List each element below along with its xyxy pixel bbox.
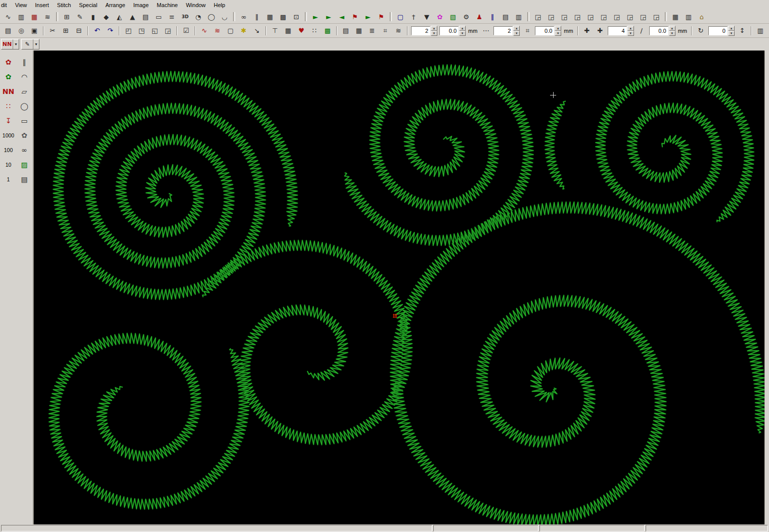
- hoop-center-icon[interactable]: ⊤: [269, 25, 281, 36]
- rotation-field-spin-up-icon[interactable]: ▲: [728, 26, 735, 31]
- zoom-steps-field-value[interactable]: 4: [608, 26, 627, 35]
- menu-stitch[interactable]: Stitch: [53, 1, 75, 10]
- preset-3-icon[interactable]: ◲: [558, 11, 570, 22]
- pattern-flower-tool[interactable]: ✿: [18, 130, 30, 141]
- outline-frame-icon[interactable]: ▭: [153, 11, 165, 22]
- zoom-steps-field[interactable]: 4▲▼: [608, 26, 634, 36]
- pillar-stitch-icon[interactable]: ‖: [251, 11, 263, 22]
- design-folder-icon[interactable]: ⌂: [696, 11, 708, 22]
- stitch-list-a-icon[interactable]: ▥: [754, 25, 766, 36]
- digitize-run-icon[interactable]: ✎: [74, 11, 86, 22]
- menu-dit[interactable]: dit: [0, 1, 11, 10]
- menu-machine[interactable]: Machine: [153, 1, 182, 10]
- preset-4-icon[interactable]: ◲: [571, 11, 583, 22]
- tatami-fill-icon[interactable]: ▦: [28, 11, 40, 22]
- column-advanced-icon[interactable]: ▲: [126, 11, 139, 22]
- grid-small-icon[interactable]: ⌗: [521, 25, 533, 36]
- stitch-length-field-spinner[interactable]: ▲▼: [459, 26, 466, 36]
- drop-stitch-tool[interactable]: ↧: [3, 115, 15, 126]
- stitch-count-field-spinner[interactable]: ▲▼: [431, 26, 437, 36]
- stitch-count-field-value[interactable]: 2: [411, 26, 430, 35]
- density-field-spinner[interactable]: ▲▼: [513, 26, 520, 36]
- redo-icon[interactable]: ↷: [104, 25, 116, 36]
- zoom-1-button[interactable]: 1: [1, 175, 16, 183]
- sew-forward-icon[interactable]: ►: [362, 11, 374, 22]
- motif-heart-icon[interactable]: ♥: [295, 25, 307, 36]
- bead-column-tool[interactable]: ∷: [3, 101, 15, 112]
- hash-grid-icon[interactable]: ⌗: [379, 25, 391, 36]
- dropdown-caret-icon[interactable]: ▼: [33, 39, 39, 49]
- auto-digitize-icon[interactable]: ⊞: [61, 11, 73, 22]
- menu-view[interactable]: View: [11, 1, 31, 10]
- offset-field-value[interactable]: 0.0: [535, 26, 554, 35]
- digitize-fill-icon[interactable]: ◆: [100, 11, 112, 22]
- stitch-count-field[interactable]: 2▲▼: [411, 26, 437, 36]
- sew-back-icon[interactable]: ◄: [336, 11, 348, 22]
- digitize-triangle-icon[interactable]: ◭: [113, 11, 125, 22]
- preset-9-icon[interactable]: ◲: [637, 11, 649, 22]
- density-field-spin-up-icon[interactable]: ▲: [513, 26, 520, 31]
- stitch-count-field-spin-up-icon[interactable]: ▲: [431, 26, 437, 31]
- menu-help[interactable]: Help: [210, 1, 230, 10]
- needle-point-icon[interactable]: †: [408, 11, 420, 22]
- texture-icon[interactable]: ▩: [322, 25, 334, 36]
- texture-fill-icon[interactable]: ▩: [277, 11, 289, 22]
- zoom-steps-field-spinner[interactable]: ▲▼: [627, 26, 634, 36]
- table-layout-icon[interactable]: ⊡: [290, 11, 302, 22]
- align-right-icon[interactable]: ◲: [162, 25, 174, 36]
- dropdown-caret-icon[interactable]: ▼: [13, 39, 19, 49]
- sew-end-icon[interactable]: ►: [323, 11, 335, 22]
- pattern-library-a-icon[interactable]: ▦: [669, 11, 682, 22]
- undo-icon[interactable]: ↶: [91, 25, 103, 36]
- parallel-lines-icon[interactable]: ≡: [166, 11, 178, 22]
- angle-field-value[interactable]: 0.0: [649, 26, 668, 35]
- print-icon[interactable]: ▤: [2, 25, 14, 36]
- motif-fill-icon[interactable]: ≋: [41, 11, 54, 22]
- sequence-list-icon[interactable]: ▤: [500, 11, 512, 22]
- menu-insert[interactable]: Insert: [31, 1, 53, 10]
- hoop-icon[interactable]: ▢: [394, 11, 406, 22]
- figures-icon[interactable]: ♟: [473, 11, 485, 22]
- dots-icon[interactable]: ∷: [308, 25, 321, 36]
- columns-icon[interactable]: ‖: [486, 11, 499, 22]
- zoom-steps-field-spin-down-icon[interactable]: ▼: [627, 31, 634, 36]
- preset-7-icon[interactable]: ◲: [611, 11, 623, 22]
- ellipse-tool-icon[interactable]: ◯: [205, 11, 217, 22]
- offset-field-spin-up-icon[interactable]: ▲: [555, 26, 561, 31]
- screen-capture-icon[interactable]: ▣: [28, 25, 40, 36]
- preset-6-icon[interactable]: ◲: [598, 11, 610, 22]
- angle-field-spinner[interactable]: ▲▼: [669, 26, 675, 36]
- applique-icon[interactable]: ▤: [140, 11, 152, 22]
- stitch-length-field[interactable]: 0.0▲▼: [439, 26, 466, 36]
- preset-2-icon[interactable]: ◲: [545, 11, 557, 22]
- filter-icon[interactable]: ▼: [421, 11, 433, 22]
- red-thread-icon[interactable]: ∿: [198, 25, 210, 36]
- grid-toggle-icon[interactable]: ▦: [282, 25, 294, 36]
- angle-field[interactable]: 0.0▲▼: [649, 26, 675, 36]
- waves-icon[interactable]: ≋: [392, 25, 404, 36]
- digitize-column-icon[interactable]: ▮: [87, 11, 99, 22]
- offset-field-spinner[interactable]: ▲▼: [555, 26, 561, 36]
- offset-field[interactable]: 0.0▲▼: [535, 26, 561, 36]
- three-d-effect-icon[interactable]: 3D: [179, 11, 191, 22]
- edit-pattern-tool[interactable]: ▨: [18, 159, 30, 170]
- move-icon[interactable]: ✚: [581, 25, 593, 36]
- preset-5-icon[interactable]: ◲: [584, 11, 597, 22]
- stitch-length-field-spin-down-icon[interactable]: ▼: [459, 31, 466, 36]
- stitch-type-dropdown[interactable]: ΝΝ▼: [1, 39, 19, 50]
- divide-icon[interactable]: /: [636, 25, 648, 36]
- doc-grid-icon[interactable]: ▦: [353, 25, 365, 36]
- doc-list-icon[interactable]: ≣: [366, 25, 378, 36]
- offset-field-spin-down-icon[interactable]: ▼: [555, 31, 561, 36]
- rotate-icon[interactable]: ↻: [695, 25, 707, 36]
- rotation-field-value[interactable]: 0: [708, 26, 728, 35]
- cut-icon[interactable]: ✂: [47, 25, 59, 36]
- angle-field-spin-down-icon[interactable]: ▼: [669, 31, 675, 36]
- print-preview-icon[interactable]: ◎: [15, 25, 27, 36]
- n-stitch-tool[interactable]: ΝΝ: [3, 86, 15, 97]
- color-list-icon[interactable]: ▥: [513, 11, 525, 22]
- density-chart-icon[interactable]: ▧: [447, 11, 459, 22]
- stitch-count-field-spin-down-icon[interactable]: ▼: [431, 31, 437, 36]
- dots-small-icon[interactable]: ⋯: [480, 25, 492, 36]
- marker-flag-icon[interactable]: ⚑: [375, 11, 387, 22]
